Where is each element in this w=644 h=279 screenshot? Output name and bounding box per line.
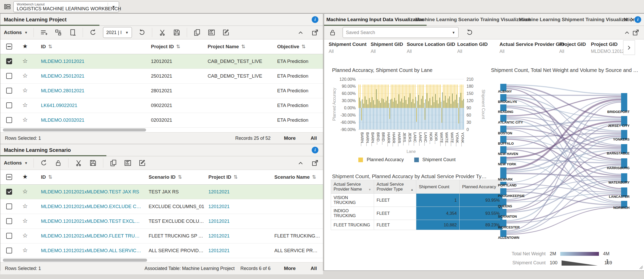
- collapse-panel-icon[interactable]: [296, 28, 305, 37]
- tab-3[interactable]: Machine Learning Shipment Training Visua…: [519, 17, 636, 22]
- more-button[interactable]: More: [284, 266, 295, 271]
- select-all-checkbox[interactable]: [6, 44, 12, 50]
- cut-icon[interactable]: [74, 159, 83, 167]
- cell-link[interactable]: MLDEMO.25012021: [41, 73, 84, 79]
- info-icon[interactable]: i: [312, 147, 318, 153]
- table-row[interactable]: ☆MLDEMO.12012021xMLDEMO.ALL SERVICE PROV…: [0, 243, 323, 258]
- copy-icon[interactable]: [109, 159, 118, 167]
- provider-column-label[interactable]: Actual Service Provider Type: [377, 182, 404, 191]
- provider-table[interactable]: Actual Service Provider Name▼Actual Serv…: [331, 180, 503, 230]
- favorite-star-icon[interactable]: ☆: [22, 58, 28, 64]
- all-button[interactable]: All: [311, 135, 317, 141]
- resize-grip-icon[interactable]: [639, 265, 643, 269]
- cell-link[interactable]: LK641.09022021: [41, 103, 77, 108]
- row-checkbox[interactable]: [6, 233, 12, 239]
- column-header-label[interactable]: ID: [41, 44, 46, 49]
- reload-icon[interactable]: [138, 28, 146, 37]
- sankey-target-node[interactable]: [621, 93, 627, 111]
- cell-link[interactable]: MLDEMO.12012021: [41, 59, 84, 64]
- scenario-actions-button[interactable]: Actions▼: [4, 160, 28, 166]
- provider-row[interactable]: FLEET TRUCKINGFLEET10,88289.23%: [331, 220, 503, 230]
- favorite-star-icon[interactable]: ☆: [22, 217, 28, 224]
- favorite-star-icon[interactable]: ☆: [22, 247, 28, 254]
- favorite-column-icon[interactable]: ★: [22, 173, 28, 180]
- favorite-star-icon[interactable]: ☆: [22, 188, 28, 195]
- refresh-icon[interactable]: [39, 159, 48, 167]
- favorite-star-icon[interactable]: ☆: [22, 232, 28, 239]
- cell-link[interactable]: 12012021: [208, 233, 230, 239]
- row-checkbox[interactable]: [6, 189, 12, 195]
- copy-icon[interactable]: [193, 28, 201, 37]
- column-header-label[interactable]: Scenario ID: [149, 174, 176, 180]
- filter-label[interactable]: Project GID: [559, 42, 586, 47]
- sankey-flow[interactable]: [506, 95, 621, 95]
- provider-row[interactable]: INDIGO TRUCKINGFLEET4,35493.55%: [331, 207, 503, 220]
- filter-value[interactable]: All: [559, 49, 564, 54]
- filter-label[interactable]: Source Location GID: [407, 42, 455, 47]
- provider-column-label[interactable]: Actual Service Provider Name: [334, 182, 362, 191]
- sort-icon[interactable]: ⇅: [234, 174, 238, 180]
- collapse-panel-icon[interactable]: [623, 28, 631, 37]
- scrollbar-thumb[interactable]: [3, 259, 147, 262]
- tab-1[interactable]: Machine Learning Input Data Visualizatio…: [326, 17, 425, 22]
- row-checkbox[interactable]: [6, 73, 12, 79]
- table-row[interactable]: ☆LK641.0902202109022021ETA Prediction: [0, 98, 323, 113]
- chart-icon[interactable]: [123, 159, 132, 167]
- sort-icon[interactable]: ⇅: [178, 174, 182, 180]
- sankey-diagram[interactable]: ALBANYBROOKLYNREADINGATLANTIC CITYBOSTON…: [495, 83, 639, 253]
- table-row[interactable]: ☆MLDEMO.12012021xMLDEMO.TEST EXCLUDE COL…: [0, 214, 323, 229]
- reassign-icon[interactable]: [54, 28, 63, 37]
- provider-column-label[interactable]: Shipment Count: [419, 184, 449, 189]
- cell-link[interactable]: MLDEMO.12012021xMLDEMO.FLEET TRUCKING S.…: [41, 233, 143, 239]
- row-checkbox[interactable]: [6, 248, 12, 253]
- table-row[interactable]: ☆MLDEMO.12012021xMLDEMO.FLEET TRUCKING S…: [0, 229, 323, 243]
- column-header-label[interactable]: Objective: [277, 44, 299, 49]
- cell-link[interactable]: 12012021: [208, 204, 230, 209]
- sort-icon[interactable]: ⇅: [48, 174, 52, 180]
- cell-link[interactable]: MLDEMO.02032021: [41, 117, 84, 123]
- filter-value[interactable]: All: [407, 49, 412, 54]
- open-in-window-icon[interactable]: [631, 28, 640, 37]
- unlock-icon[interactable]: [328, 28, 337, 37]
- table-row[interactable]: ☆MLDEMO.2801202128012021ETA Prediction: [0, 84, 323, 98]
- collapse-panel-icon[interactable]: [296, 159, 305, 167]
- filter-value[interactable]: All: [457, 49, 462, 54]
- column-header-label[interactable]: ID: [41, 174, 46, 180]
- row-checkbox[interactable]: [6, 203, 12, 209]
- column-header-label[interactable]: Scenario Name: [274, 174, 310, 180]
- edit-icon[interactable]: [138, 159, 147, 167]
- workbench-layout-combobox[interactable]: Workbench Layout LOGISTICS MACHINE LEARN…: [13, 1, 119, 12]
- filter-value[interactable]: MLDEMO.120120: [591, 49, 627, 54]
- tab-2[interactable]: Machine Learning Scenario Training Visua…: [415, 17, 530, 22]
- unlock-icon[interactable]: [54, 159, 63, 167]
- sort-desc-icon[interactable]: ▼: [368, 188, 371, 191]
- row-checkbox[interactable]: [6, 218, 12, 224]
- all-button[interactable]: All: [311, 266, 317, 271]
- cell-link[interactable]: MLDEMO.12012021xMLDEMO.EXCLUDE COLUMN...: [41, 204, 143, 209]
- filter-label[interactable]: Project GID: [591, 42, 617, 47]
- cell-link[interactable]: MLDEMO.28012021: [41, 88, 84, 94]
- sort-icon[interactable]: ⇅: [302, 44, 306, 49]
- sort-icon[interactable]: ⇅: [312, 174, 316, 180]
- sort-icon[interactable]: ⇅: [176, 44, 180, 49]
- filter-label[interactable]: Shipment GID: [371, 42, 403, 47]
- favorite-column-icon[interactable]: ★: [22, 43, 28, 50]
- row-checkbox[interactable]: [6, 88, 12, 94]
- save-icon[interactable]: [172, 28, 181, 37]
- provider-row[interactable]: VISION TRUCKINGFLEET193.95%: [331, 194, 503, 207]
- cell-link[interactable]: 12012021: [208, 218, 230, 224]
- add-rows-icon[interactable]: [39, 28, 48, 37]
- filter-label[interactable]: Actual Service Provider GID: [499, 42, 564, 47]
- favorite-star-icon[interactable]: ☆: [22, 87, 28, 94]
- filter-value[interactable]: All: [329, 49, 334, 54]
- column-header-label[interactable]: Project ID: [151, 44, 174, 49]
- info-icon[interactable]: i: [634, 16, 641, 23]
- filter-label[interactable]: Shipment Count: [329, 42, 367, 47]
- sort-asc-icon[interactable]: ▲: [411, 188, 413, 191]
- workbench-layout-icon[interactable]: [3, 2, 12, 11]
- column-header-label[interactable]: Project Name: [208, 44, 239, 49]
- reload-icon[interactable]: [465, 28, 474, 37]
- cut-icon[interactable]: [158, 28, 167, 37]
- info-icon[interactable]: i: [312, 16, 318, 23]
- table-row[interactable]: ☆MLDEMO.12012021xMLDEMO.EXCLUDE COLUMN..…: [0, 199, 323, 214]
